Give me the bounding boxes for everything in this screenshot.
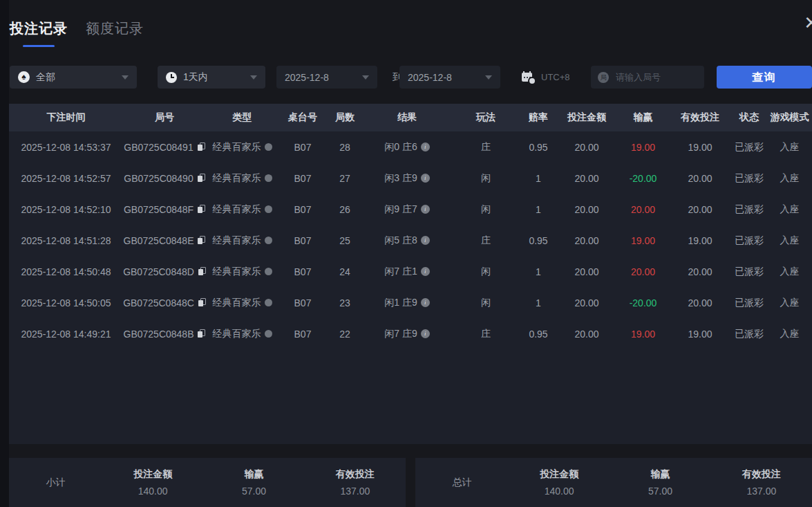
cell-winloss: 19.00 (617, 329, 669, 340)
cell-game-id: GB0725C0848C (123, 297, 206, 308)
game-type-dot-icon (265, 143, 272, 151)
cell-game-type: 经典百家乐 (206, 141, 278, 154)
copy-icon[interactable] (198, 267, 206, 276)
tab-quota-records[interactable]: 额度记录 (86, 19, 144, 47)
cell-bet-amount: 20.00 (556, 204, 617, 215)
cell-game-mode: 入座 (767, 141, 812, 154)
cell-status: 已派彩 (731, 203, 767, 216)
copy-icon[interactable] (197, 329, 205, 338)
cell-valid-bet: 20.00 (669, 297, 731, 308)
cell-game-mode: 入座 (767, 234, 812, 247)
cell-status: 已派彩 (731, 172, 767, 185)
cell-valid-bet: 19.00 (669, 142, 731, 153)
total-label: 总计 (415, 477, 509, 489)
copy-icon[interactable] (197, 205, 205, 214)
cell-game-type: 经典百家乐 (206, 297, 278, 309)
column-header-9: 输赢 (617, 111, 669, 124)
query-button[interactable]: 查询 (717, 66, 812, 89)
cell-bet-amount: 20.00 (556, 266, 617, 277)
cell-valid-bet: 20.00 (669, 173, 731, 184)
active-tab-underline (23, 45, 55, 47)
cell-play: 闲 (451, 297, 520, 309)
cell-play: 闲 (451, 266, 520, 278)
cell-result: 闲5 庄8 i (363, 234, 451, 247)
game-type-value: 全部 (36, 71, 55, 84)
cell-game-type: 经典百家乐 (206, 234, 278, 247)
time-range-dropdown[interactable]: 1天内 (158, 66, 265, 89)
cell-play: 庄 (451, 328, 520, 340)
cell-valid-bet: 19.00 (669, 235, 731, 246)
result-info-icon[interactable]: i (421, 142, 430, 151)
tab-bar: 投注记录 额度记录 (10, 19, 144, 47)
game-type-dot-icon (265, 174, 272, 182)
cell-odds: 0.95 (520, 329, 556, 340)
game-type-dropdown[interactable]: ♠ 全部 (10, 66, 137, 89)
tab-quota-records-label: 额度记录 (86, 19, 144, 38)
cell-winloss: -20.00 (617, 173, 669, 184)
table-header: 下注时间局号类型桌台号局数结果玩法赔率投注金额输赢有效投注状态游戏模式 (9, 104, 812, 131)
date-from-dropdown[interactable]: 2025-12-8 (276, 66, 377, 89)
copy-icon[interactable] (197, 236, 205, 245)
timezone-label: UTC+8 (541, 72, 570, 82)
cell-round: 23 (327, 297, 363, 308)
cell-status: 已派彩 (731, 328, 767, 340)
cell-game-mode: 入座 (767, 203, 812, 216)
table-row: 2025-12-08 14:50:48 GB0725C0848D 经典百家乐 B… (9, 256, 812, 287)
cell-round: 27 (327, 173, 363, 184)
spade-icon: ♠ (18, 71, 30, 83)
cell-result: 闲1 庄9 i (363, 297, 451, 309)
clock-icon (166, 72, 177, 83)
total-valid: 有效投注 137.00 (711, 468, 812, 497)
result-info-icon[interactable]: i (421, 236, 430, 245)
cell-round: 26 (327, 204, 363, 215)
modal-left-edge (0, 0, 9, 507)
cell-result: 闲9 庄7 i (363, 203, 451, 216)
cell-valid-bet: 20.00 (669, 204, 731, 215)
cell-bet-amount: 20.00 (556, 329, 617, 340)
cell-bet-time: 2025-12-08 14:51:28 (9, 235, 123, 246)
cell-table-no: B07 (278, 235, 327, 246)
game-id-icon: 局 (598, 72, 609, 83)
close-icon[interactable]: ✕ (804, 14, 812, 32)
game-type-dot-icon (265, 237, 272, 244)
result-info-icon[interactable]: i (421, 298, 430, 307)
cell-game-type: 经典百家乐 (206, 172, 278, 185)
cell-play: 闲 (451, 172, 520, 185)
copy-icon[interactable] (198, 298, 206, 307)
table-body: 2025-12-08 14:53:37 GB0725C08491 经典百家乐 B… (9, 131, 812, 349)
result-info-icon[interactable]: i (421, 329, 430, 338)
column-header-6: 玩法 (451, 111, 520, 124)
total-bet: 投注金额 140.00 (509, 468, 610, 497)
result-info-icon[interactable]: i (421, 205, 430, 214)
column-header-8: 投注金额 (556, 111, 617, 124)
total-winloss: 输赢 57.00 (610, 468, 710, 497)
cell-round: 25 (327, 235, 363, 246)
chevron-down-icon (362, 75, 369, 80)
date-to-dropdown[interactable]: 2025-12-8 (399, 66, 500, 89)
game-type-dot-icon (265, 268, 272, 275)
cell-result: 闲7 庄9 i (363, 328, 451, 340)
column-header-1: 局号 (123, 111, 206, 124)
subtotal-winloss: 输赢 57.00 (203, 468, 304, 497)
cell-winloss: 19.00 (617, 142, 669, 153)
cell-game-mode: 入座 (767, 297, 812, 309)
column-header-12: 游戏模式 (767, 111, 812, 124)
cell-game-id: GB0725C0848F (123, 204, 206, 215)
result-info-icon[interactable]: i (421, 267, 430, 276)
table-row: 2025-12-08 14:49:21 GB0725C0848B 经典百家乐 B… (9, 318, 812, 349)
result-info-icon[interactable]: i (421, 174, 430, 183)
copy-icon[interactable] (197, 174, 205, 183)
cell-play: 闲 (451, 203, 520, 216)
cell-bet-amount: 20.00 (556, 297, 617, 308)
timezone-indicator: UTC+8 (522, 66, 570, 89)
cell-bet-time: 2025-12-08 14:53:37 (9, 142, 123, 153)
cell-bet-amount: 20.00 (556, 173, 617, 184)
cell-result: 闲3 庄9 i (363, 172, 451, 185)
game-id-input[interactable] (614, 71, 697, 83)
cell-odds: 1 (520, 173, 556, 184)
tab-bet-records[interactable]: 投注记录 (10, 19, 68, 47)
table-row: 2025-12-08 14:50:05 GB0725C0848C 经典百家乐 B… (9, 287, 812, 318)
game-type-dot-icon (265, 299, 272, 306)
cell-winloss: 20.00 (617, 204, 669, 215)
copy-icon[interactable] (197, 142, 205, 151)
